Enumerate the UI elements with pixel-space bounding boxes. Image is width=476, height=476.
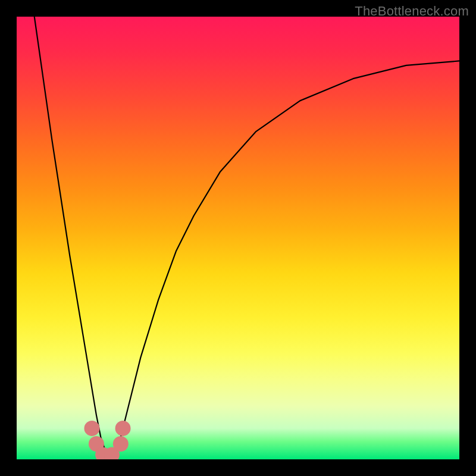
gradient-background	[17, 17, 459, 459]
watermark-text: TheBottleneck.com	[355, 4, 469, 19]
chart-frame: TheBottleneck.com	[0, 0, 476, 476]
plot-area	[17, 17, 459, 459]
